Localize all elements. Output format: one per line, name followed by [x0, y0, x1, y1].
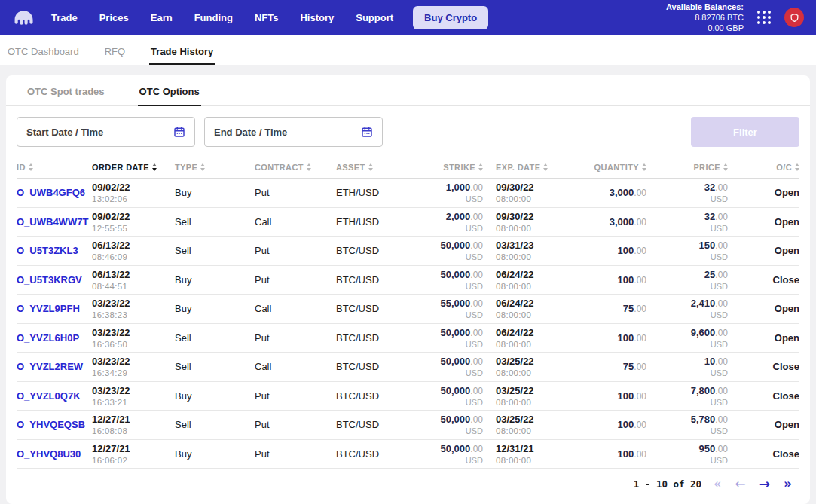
price-currency: USD: [646, 456, 728, 465]
nav-item-trade[interactable]: Trade: [51, 12, 78, 23]
filter-button[interactable]: Filter: [691, 117, 799, 147]
table-row: O_YVZL0Q7K 03/23/22 16:33:21 Buy Put BTC…: [17, 382, 799, 411]
header-quantity[interactable]: QUANTITY: [579, 163, 646, 172]
dot: [768, 16, 771, 19]
first-page-icon[interactable]: «: [712, 478, 723, 490]
end-date-input[interactable]: End Date / Time: [204, 117, 383, 147]
cell-strike: 50,000.00 USD: [411, 385, 483, 407]
strike-amount: 50,000: [441, 356, 471, 367]
cell-type: Sell: [175, 361, 255, 372]
price-decimals: .00: [715, 328, 728, 338]
cell-asset: ETH/USD: [336, 216, 411, 228]
nav-item-history[interactable]: History: [300, 12, 334, 23]
apps-grid-icon[interactable]: [757, 11, 771, 24]
price-decimals: .00: [715, 414, 728, 425]
cell-price: 5,780.00 USD: [646, 414, 728, 435]
cell-exp-date: 06/24/22 08:00:00: [483, 327, 579, 349]
calendar-icon: [361, 126, 373, 138]
order-id-link[interactable]: O_UWB4WW7T: [17, 216, 88, 228]
cell-contract: Put: [255, 419, 336, 430]
dot: [768, 21, 771, 24]
cell-strike: 50,000.00 USD: [411, 356, 483, 377]
strike-decimals: .00: [470, 182, 483, 193]
exp-time: 08:00:00: [496, 456, 579, 465]
cell-open-close: Open: [728, 419, 799, 430]
tab-otc-spot-trades[interactable]: OTC Spot trades: [26, 75, 106, 106]
header-order-date[interactable]: ORDER DATE: [92, 163, 175, 172]
order-id-link[interactable]: O_YHVQ8U30: [17, 448, 81, 460]
buy-crypto-button[interactable]: Buy Crypto: [413, 6, 488, 29]
start-date-input[interactable]: Start Date / Time: [17, 117, 195, 147]
quantity-amount: 100: [618, 448, 634, 460]
order-id-link[interactable]: O_UWB4GFQ6: [17, 187, 85, 198]
strike-currency: USD: [411, 426, 483, 435]
order-id-link[interactable]: O_U5T3KRGV: [17, 274, 82, 286]
cell-quantity: 100.00: [579, 390, 646, 402]
cell-open-close: Open: [728, 187, 799, 198]
price-amount: 25: [704, 269, 715, 280]
nav-item-earn[interactable]: Earn: [151, 12, 173, 23]
price-decimals: .00: [715, 212, 728, 222]
order-time: 08:44:51: [92, 282, 175, 291]
order-id-link[interactable]: O_YVZL6H0P: [17, 332, 79, 344]
order-id-link[interactable]: O_YVZL2REW: [17, 361, 83, 372]
strike-amount: 1,000: [446, 182, 471, 193]
order-time: 16:06:02: [92, 456, 175, 465]
header-strike[interactable]: STRIKE: [411, 163, 483, 172]
dot: [763, 16, 766, 19]
balances-label: Available Balances:: [666, 2, 744, 12]
strike-currency: USD: [411, 282, 483, 291]
cell-strike: 50,000.00 USD: [411, 443, 483, 465]
exp-time: 08:00:00: [496, 252, 579, 261]
header-label: ORDER DATE: [92, 163, 149, 172]
cell-type: Buy: [175, 274, 255, 286]
header-type[interactable]: TYPE: [175, 163, 255, 172]
last-page-icon[interactable]: »: [782, 478, 793, 490]
sort-icon: [307, 163, 311, 171]
order-id-link[interactable]: O_YHVQEQSB: [17, 419, 85, 430]
price-decimals: .00: [715, 386, 728, 396]
quantity-amount: 75: [623, 303, 634, 314]
exp-date: 09/30/22: [496, 182, 579, 193]
cell-strike: 1,000.00 USD: [411, 182, 483, 203]
dot: [757, 11, 760, 14]
order-id-link[interactable]: O_U5T3ZKL3: [17, 245, 78, 256]
header-exp-date[interactable]: EXP. DATE: [483, 163, 579, 172]
price-decimals: .00: [715, 356, 728, 367]
cell-contract: Put: [255, 187, 336, 198]
nav-item-support[interactable]: Support: [356, 12, 393, 23]
header-oc[interactable]: O/C: [728, 163, 799, 172]
quantity-amount: 3,000: [610, 216, 634, 228]
price-decimals: .00: [715, 444, 728, 454]
order-id-link[interactable]: O_YVZL0Q7K: [17, 390, 81, 402]
kraken-logo-icon[interactable]: [12, 8, 35, 26]
tab-row: OTC Spot trades OTC Options: [6, 75, 810, 106]
quantity-decimals: .00: [634, 333, 646, 344]
tab-otc-options[interactable]: OTC Options: [138, 75, 201, 106]
nav-item-prices[interactable]: Prices: [99, 12, 129, 23]
cell-contract: Put: [255, 245, 336, 256]
previous-page-icon[interactable]: ←: [734, 478, 747, 490]
order-date: 12/27/21: [92, 414, 175, 425]
header-contract[interactable]: CONTRACT: [255, 163, 336, 172]
strike-decimals: .00: [470, 328, 483, 338]
cell-quantity: 100.00: [579, 448, 646, 460]
subnav-rfq[interactable]: RFQ: [103, 38, 127, 65]
nav-item-nfts[interactable]: NFTs: [255, 12, 279, 23]
price-currency: USD: [646, 224, 728, 233]
header-label: ASSET: [336, 163, 365, 172]
cell-contract: Put: [255, 274, 336, 286]
header-id[interactable]: ID: [17, 163, 92, 172]
order-id-link[interactable]: O_YVZL9PFH: [17, 303, 80, 314]
nav-item-funding[interactable]: Funding: [194, 12, 233, 23]
table-row: O_YVZL6H0P 03/23/22 16:36:50 Sell Put BT…: [17, 324, 799, 353]
next-page-icon[interactable]: →: [758, 478, 772, 490]
cell-order-date: 03/23/22 16:38:23: [92, 298, 175, 319]
security-shield-badge[interactable]: [784, 8, 804, 27]
subnav-otc-dashboard[interactable]: OTC Dashboard: [6, 38, 81, 65]
cell-price: 950.00 USD: [646, 443, 728, 465]
header-price[interactable]: PRICE: [646, 163, 728, 172]
quantity-amount: 75: [623, 361, 634, 372]
header-asset[interactable]: ASSET: [336, 163, 411, 172]
subnav-trade-history[interactable]: Trade History: [149, 38, 215, 65]
